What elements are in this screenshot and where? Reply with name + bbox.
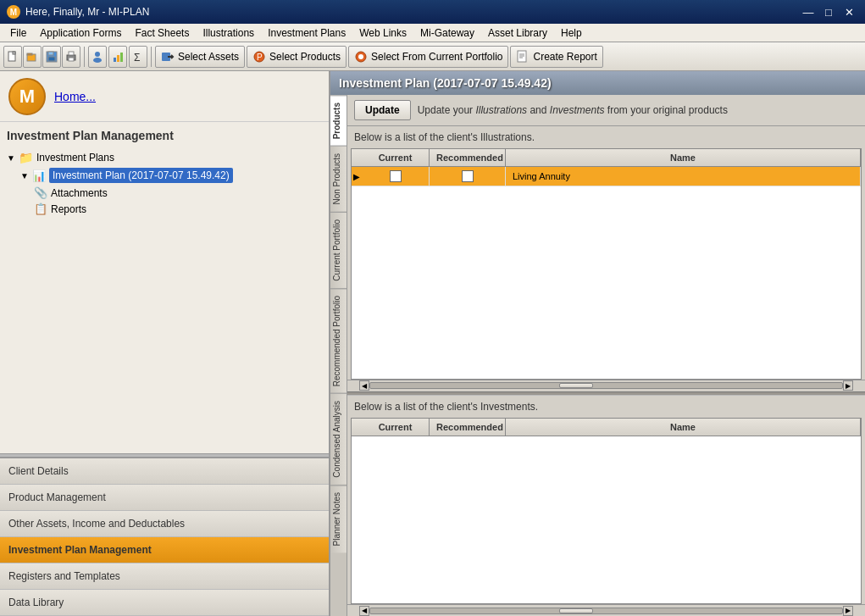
create-report-button[interactable]: Create Report <box>510 46 602 68</box>
nav-other-assets[interactable]: Other Assets, Income and Deductables <box>0 511 329 537</box>
vertical-tabs: Products Non Products Current Portfolio … <box>330 95 347 616</box>
select-from-portfolio-button[interactable]: Select From Current Portfolio <box>348 46 508 68</box>
open-button[interactable] <box>23 46 42 68</box>
sigma-button[interactable]: Σ <box>129 46 147 68</box>
title-bar: M Here, Finally, Mr - MI-PLAN — □ ✕ <box>0 0 865 24</box>
title-bar-controls[interactable]: — □ ✕ <box>799 3 858 20</box>
tree-attachments[interactable]: 📎 Attachments <box>34 185 322 201</box>
menu-mi-gateway[interactable]: Mi-Gateway <box>413 24 481 42</box>
investments-scrollbar[interactable]: ◀ ▶ <box>347 604 865 616</box>
person-button[interactable] <box>88 46 107 68</box>
update-button[interactable]: Update <box>354 100 411 120</box>
menu-asset-library[interactable]: Asset Library <box>481 24 554 42</box>
chart-button[interactable] <box>108 46 127 68</box>
tab-non-products[interactable]: Non Products <box>330 146 347 212</box>
scroll-left-arrow[interactable]: ◀ <box>359 380 369 391</box>
td-current-living-annuity[interactable] <box>362 167 430 186</box>
update-text: Update your Illustrations and Investment… <box>418 104 728 116</box>
save-button[interactable] <box>42 46 61 68</box>
file-buttons <box>3 46 80 68</box>
menu-investment-plans[interactable]: Investment Plans <box>261 24 352 42</box>
tree-level-1: ▼ 📊 Investment Plan (2017-07-07 15.49.42… <box>20 166 322 217</box>
scroll-left-arrow-2[interactable]: ◀ <box>359 606 369 616</box>
select-assets-button[interactable]: Select Assets <box>155 46 245 68</box>
expand-icon-2[interactable]: ▼ <box>20 171 29 180</box>
tree-item-label: Investment Plan (2017-07-07 15.49.42) <box>49 168 233 183</box>
spreadsheet-icon: 📊 <box>32 169 46 182</box>
checkbox-recommended[interactable] <box>462 170 474 182</box>
tab-current-portfolio[interactable]: Current Portfolio <box>330 212 347 288</box>
svg-point-11 <box>93 58 102 63</box>
svg-rect-8 <box>69 52 74 55</box>
tab-products[interactable]: Products <box>330 95 347 146</box>
print-button[interactable] <box>62 46 80 68</box>
minimize-button[interactable]: — <box>799 3 818 20</box>
tab-condensed-analysis[interactable]: Condensed Analysis <box>330 393 347 485</box>
nav-investment-plan-management[interactable]: Investment Plan Management <box>0 537 329 563</box>
illustrations-label: Below is a list of the client's Illustra… <box>347 126 865 148</box>
menu-file[interactable]: File <box>3 24 33 42</box>
scroll-thumb[interactable] <box>559 383 593 388</box>
menu-illustrations[interactable]: Illustrations <box>196 24 261 42</box>
svg-point-21 <box>358 54 363 59</box>
menu-fact-sheets[interactable]: Fact Sheets <box>128 24 196 42</box>
investments-section: Below is a list of the client's Investme… <box>347 396 865 616</box>
nav-data-library[interactable]: Data Library <box>0 590 329 616</box>
reports-label: Reports <box>51 203 86 215</box>
new-button[interactable] <box>3 46 22 68</box>
arrow-spacer <box>352 149 362 166</box>
illustrations-scrollbar[interactable]: ◀ ▶ <box>347 380 865 391</box>
svg-rect-1 <box>13 52 15 54</box>
svg-text:P: P <box>257 53 263 62</box>
menu-help[interactable]: Help <box>554 24 589 42</box>
nav-product-management[interactable]: Product Management <box>0 485 329 511</box>
close-button[interactable]: ✕ <box>840 3 858 20</box>
update-bar: Update Update your Illustrations and Inv… <box>347 95 865 126</box>
nav-bottom: Client Details Product Management Other … <box>0 457 329 616</box>
th-current-investments: Current <box>362 419 430 436</box>
tree-selected-item[interactable]: ▼ 📊 Investment Plan (2017-07-07 15.49.42… <box>20 166 322 185</box>
tree-expand-icon[interactable]: ▼ <box>7 153 15 163</box>
table-row[interactable]: ▶ Living Annuity <box>352 167 861 186</box>
attachments-label: Attachments <box>51 187 108 199</box>
scroll-right-arrow[interactable]: ▶ <box>843 380 853 391</box>
tab-recommended-portfolio[interactable]: Recommended Portfolio <box>330 288 347 393</box>
app-icon: M <box>7 5 20 19</box>
th-recommended-investments: Recommended <box>430 419 506 436</box>
svg-rect-3 <box>27 53 32 55</box>
scroll-right-arrow-2[interactable]: ▶ <box>843 606 853 616</box>
maximize-button[interactable]: □ <box>819 3 838 20</box>
scroll-thumb-2[interactable] <box>559 608 593 613</box>
reports-icon: 📋 <box>34 203 47 215</box>
svg-rect-5 <box>48 52 53 55</box>
illustrations-table: Current Recommended Name ▶ <box>351 148 862 380</box>
illustrations-table-body: ▶ Living Annuity <box>352 167 861 379</box>
left-panel: M Home... Investment Plan Management ▼ 📁… <box>0 71 330 616</box>
nav-registers[interactable]: Registers and Templates <box>0 563 329 590</box>
td-name-living-annuity: Living Annuity <box>506 167 861 186</box>
home-link[interactable]: Home... <box>54 90 96 103</box>
menu-application-forms[interactable]: Application Forms <box>33 24 128 42</box>
td-recommended-living-annuity[interactable] <box>430 167 506 186</box>
home-area: M Home... <box>0 71 329 122</box>
main-layout: M Home... Investment Plan Management ▼ 📁… <box>0 71 865 616</box>
svg-rect-13 <box>117 55 119 62</box>
svg-text:Σ: Σ <box>134 52 140 63</box>
menu-web-links[interactable]: Web Links <box>352 24 413 42</box>
tree-root[interactable]: ▼ 📁 Investment Plans <box>7 149 322 166</box>
th-name-investments: Name <box>506 419 861 436</box>
checkbox-current[interactable] <box>390 170 402 182</box>
investments-table-header: Current Recommended Name <box>352 419 861 436</box>
tree-reports[interactable]: 📋 Reports <box>34 201 322 217</box>
arrow-spacer-2 <box>352 419 362 436</box>
scroll-track-2[interactable] <box>369 608 843 614</box>
row-arrow-icon: ▶ <box>352 167 362 186</box>
tab-planner-notes[interactable]: Planner Notes <box>330 485 347 552</box>
th-current-illustrations: Current <box>362 149 430 166</box>
select-products-button[interactable]: P Select Products <box>247 46 347 68</box>
section-title: Investment Plan Management <box>7 129 322 142</box>
svg-rect-6 <box>48 57 55 61</box>
scroll-track[interactable] <box>369 382 843 389</box>
investments-table-body <box>352 436 861 603</box>
nav-client-details[interactable]: Client Details <box>0 458 329 485</box>
